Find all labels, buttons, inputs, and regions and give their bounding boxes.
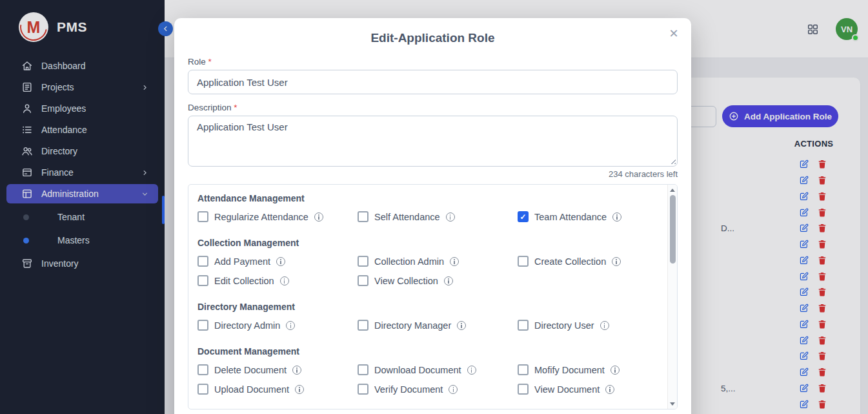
permission-directory-user[interactable]: Directory User bbox=[518, 320, 658, 331]
permission-label: Edit Collection bbox=[214, 276, 274, 286]
checkbox-unchecked-icon[interactable] bbox=[518, 384, 529, 395]
permission-group: Collection ManagementAdd PaymentCollecti… bbox=[197, 238, 658, 286]
checkbox-unchecked-icon[interactable] bbox=[197, 364, 208, 375]
info-icon bbox=[295, 385, 304, 394]
info-icon bbox=[600, 321, 609, 330]
info-icon bbox=[444, 276, 453, 285]
permission-label: Create Collection bbox=[534, 256, 606, 267]
permission-label: Verify Document bbox=[374, 384, 443, 395]
checkbox-checked-icon[interactable]: ✓ bbox=[518, 211, 529, 222]
description-label: Description * bbox=[188, 103, 678, 112]
role-label: Role * bbox=[188, 57, 678, 67]
info-icon bbox=[276, 257, 285, 266]
close-icon[interactable]: ✕ bbox=[665, 25, 682, 42]
permission-label: View Collection bbox=[374, 276, 438, 286]
checkbox-unchecked-icon[interactable] bbox=[197, 275, 208, 286]
info-icon bbox=[314, 212, 323, 222]
permission-team-attendance[interactable]: ✓Team Attendance bbox=[518, 211, 658, 222]
permission-group: Attendance ManagementRegularize Attendan… bbox=[197, 193, 658, 222]
info-icon bbox=[612, 257, 621, 266]
role-input[interactable] bbox=[188, 70, 678, 94]
modal-title: Edit-Application Role bbox=[174, 18, 691, 45]
description-textarea[interactable]: Application Test User bbox=[188, 116, 678, 167]
checkbox-unchecked-icon[interactable] bbox=[197, 211, 208, 222]
required-mark: * bbox=[208, 57, 212, 67]
permission-label: Collection Admin bbox=[374, 256, 444, 267]
permissions-list: Attendance ManagementRegularize Attendan… bbox=[188, 193, 677, 395]
info-icon bbox=[467, 366, 476, 375]
permission-label: View Document bbox=[534, 384, 600, 395]
permission-label: Regularize Attendance bbox=[214, 212, 308, 222]
edit-application-role-modal: Edit-Application Role ✕ Role * Descripti… bbox=[174, 18, 691, 414]
permission-group: Document ManagementDelete DocumentDownlo… bbox=[197, 346, 658, 395]
checkbox-unchecked-icon[interactable] bbox=[518, 256, 529, 267]
scroll-down-icon[interactable] bbox=[668, 399, 677, 408]
permission-label: Directory Admin bbox=[214, 320, 280, 331]
checkbox-unchecked-icon[interactable] bbox=[197, 256, 208, 267]
permission-group-title: Directory Management bbox=[197, 302, 658, 312]
permission-view-collection[interactable]: View Collection bbox=[358, 275, 518, 286]
permission-add-payment[interactable]: Add Payment bbox=[197, 256, 358, 267]
permission-download-document[interactable]: Download Document bbox=[358, 364, 518, 375]
permission-label: Team Attendance bbox=[534, 212, 607, 222]
permission-group: Directory ManagementDirectory AdminDirec… bbox=[197, 302, 658, 331]
description-field-wrap: Application Test User bbox=[188, 116, 678, 167]
permission-group-title: Document Management bbox=[197, 346, 658, 357]
checkbox-unchecked-icon[interactable] bbox=[518, 364, 529, 375]
permission-label: Upload Document bbox=[214, 384, 289, 395]
checkbox-unchecked-icon[interactable] bbox=[358, 211, 368, 222]
required-mark: * bbox=[234, 103, 237, 112]
permission-label: Delete Document bbox=[214, 365, 287, 375]
info-icon bbox=[611, 366, 620, 375]
permission-mofify-document[interactable]: Mofify Document bbox=[518, 364, 658, 375]
permission-group-title: Attendance Management bbox=[197, 193, 658, 203]
permission-label: Add Payment bbox=[214, 256, 270, 267]
checkbox-unchecked-icon[interactable] bbox=[358, 384, 368, 395]
permission-label: Self Attendance bbox=[374, 212, 440, 222]
permission-label: Download Document bbox=[374, 365, 461, 375]
permission-regularize-attendance[interactable]: Regularize Attendance bbox=[197, 211, 358, 222]
checkbox-unchecked-icon[interactable] bbox=[358, 364, 368, 375]
permission-upload-document[interactable]: Upload Document bbox=[197, 384, 358, 395]
characters-left: 234 characters left bbox=[188, 169, 678, 179]
info-icon bbox=[457, 321, 466, 330]
permissions-container: Attendance ManagementRegularize Attendan… bbox=[188, 184, 678, 409]
permission-verify-document[interactable]: Verify Document bbox=[358, 384, 518, 395]
permission-group-title: Collection Management bbox=[197, 238, 658, 248]
permission-self-attendance[interactable]: Self Attendance bbox=[358, 211, 518, 222]
permission-view-document[interactable]: View Document bbox=[518, 384, 658, 395]
scrollbar-thumb[interactable] bbox=[670, 195, 676, 264]
permission-delete-document[interactable]: Delete Document bbox=[197, 364, 358, 375]
permission-directory-manager[interactable]: Directory Manager bbox=[358, 320, 518, 331]
permission-directory-admin[interactable]: Directory Admin bbox=[197, 320, 358, 331]
info-icon bbox=[612, 212, 621, 222]
permission-label: Directory Manager bbox=[374, 320, 451, 331]
info-icon bbox=[280, 276, 289, 285]
info-icon bbox=[286, 321, 295, 330]
info-icon bbox=[292, 366, 301, 375]
permission-collection-admin[interactable]: Collection Admin bbox=[358, 256, 518, 267]
modal-body: Role * Description * Application Test Us… bbox=[174, 57, 691, 409]
checkbox-unchecked-icon[interactable] bbox=[518, 320, 529, 331]
checkbox-unchecked-icon[interactable] bbox=[197, 384, 208, 395]
info-icon bbox=[450, 257, 459, 266]
permission-label: Mofify Document bbox=[534, 365, 605, 375]
permission-edit-collection[interactable]: Edit Collection bbox=[197, 275, 358, 286]
permission-label: Directory User bbox=[534, 320, 594, 331]
info-icon bbox=[605, 385, 614, 394]
checkbox-unchecked-icon[interactable] bbox=[358, 275, 368, 286]
checkbox-unchecked-icon[interactable] bbox=[358, 256, 368, 267]
checkbox-unchecked-icon[interactable] bbox=[197, 320, 208, 331]
permission-create-collection[interactable]: Create Collection bbox=[518, 256, 658, 267]
info-icon bbox=[449, 385, 458, 394]
info-icon bbox=[446, 212, 455, 222]
scroll-up-icon[interactable] bbox=[668, 185, 677, 194]
checkbox-unchecked-icon[interactable] bbox=[358, 320, 368, 331]
permissions-scrollbar[interactable] bbox=[667, 185, 677, 409]
